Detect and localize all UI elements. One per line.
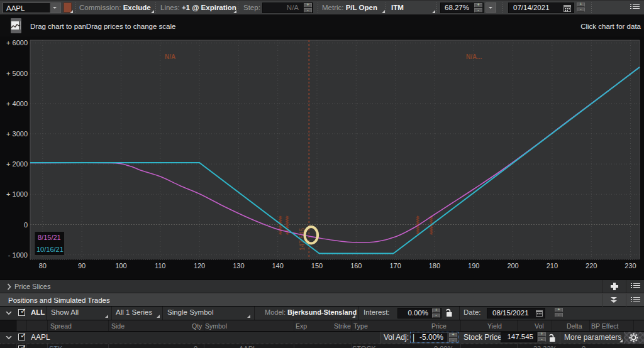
svg-text:210: 210	[547, 262, 558, 269]
svg-text:170: 170	[389, 262, 401, 269]
svg-text:+ 1000: + 1000	[6, 190, 28, 198]
svg-text:140: 140	[272, 262, 284, 269]
svg-text:+ 4000: + 4000	[6, 100, 28, 107]
svg-text:+ 5000: + 5000	[6, 70, 28, 77]
svg-text:+ 2000: + 2000	[6, 160, 28, 168]
svg-text:130: 130	[233, 262, 244, 269]
svg-text:+ 3000: + 3000	[6, 130, 28, 138]
svg-text:230: 230	[625, 262, 636, 269]
svg-text:10/16/21: 10/16/21	[36, 246, 64, 253]
svg-text:120: 120	[194, 262, 205, 269]
svg-text:200: 200	[507, 262, 518, 269]
svg-text:8/15/21: 8/15/21	[38, 234, 61, 241]
svg-text:- 1000: - 1000	[8, 251, 28, 259]
svg-text:110: 110	[155, 262, 166, 269]
svg-text:N/A: N/A	[165, 53, 175, 60]
svg-text:150: 150	[311, 262, 323, 269]
svg-text:N/A...: N/A...	[466, 53, 482, 60]
svg-text:160: 160	[350, 262, 362, 269]
svg-text:180: 180	[429, 262, 440, 269]
svg-text:90: 90	[78, 262, 86, 269]
svg-text:190: 190	[468, 262, 479, 269]
svg-text:+ 6000: + 6000	[6, 39, 28, 46]
svg-text:220: 220	[586, 262, 597, 269]
svg-text:80: 80	[39, 262, 47, 269]
svg-text:0: 0	[24, 221, 28, 229]
svg-text:100: 100	[115, 262, 126, 269]
